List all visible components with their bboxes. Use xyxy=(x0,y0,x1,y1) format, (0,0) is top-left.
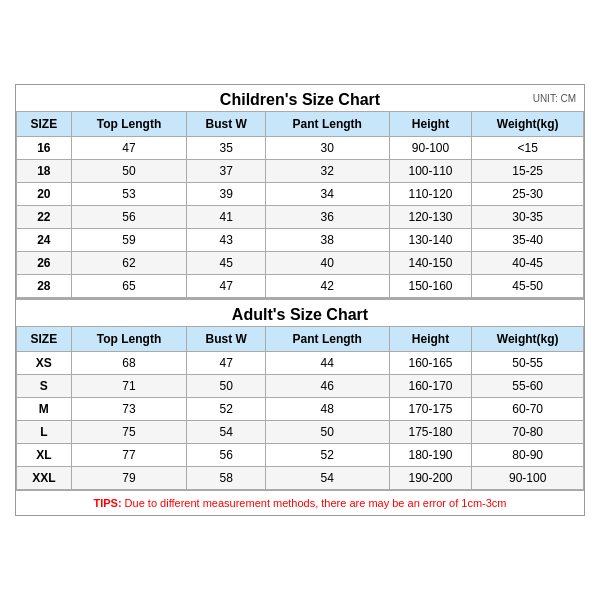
table-cell: 30-35 xyxy=(472,206,584,229)
table-cell: 20 xyxy=(17,183,72,206)
adult-col-height: Height xyxy=(389,327,472,352)
table-cell: 26 xyxy=(17,252,72,275)
table-cell: 68 xyxy=(71,352,187,375)
table-cell: 22 xyxy=(17,206,72,229)
col-pant-length: Pant Length xyxy=(265,112,389,137)
table-cell: 90-100 xyxy=(389,137,472,160)
table-cell: 65 xyxy=(71,275,187,298)
table-cell: S xyxy=(17,375,72,398)
adult-title: Adult's Size Chart xyxy=(16,306,584,324)
table-cell: 55-60 xyxy=(472,375,584,398)
table-cell: 130-140 xyxy=(389,229,472,252)
table-cell: 45 xyxy=(187,252,265,275)
table-cell: 30 xyxy=(265,137,389,160)
adult-col-top-length: Top Length xyxy=(71,327,187,352)
size-chart-container: Children's Size Chart UNIT: CM SIZE Top … xyxy=(15,84,585,516)
table-cell: 54 xyxy=(187,421,265,444)
table-row: 24594338130-14035-40 xyxy=(17,229,584,252)
table-cell: 90-100 xyxy=(472,467,584,490)
table-row: 26624540140-15040-45 xyxy=(17,252,584,275)
table-cell: 70-80 xyxy=(472,421,584,444)
tips-body: Due to different measurement methods, th… xyxy=(122,497,507,509)
children-title: Children's Size Chart xyxy=(16,91,584,109)
table-cell: 40 xyxy=(265,252,389,275)
adult-section-header: Adult's Size Chart xyxy=(16,298,584,326)
table-cell: 110-120 xyxy=(389,183,472,206)
table-cell: 150-160 xyxy=(389,275,472,298)
table-cell: 71 xyxy=(71,375,187,398)
table-cell: 59 xyxy=(71,229,187,252)
table-cell: XS xyxy=(17,352,72,375)
children-table-body: 1647353090-100<1518503732100-11015-25205… xyxy=(17,137,584,298)
tips-row: TIPS: Due to different measurement metho… xyxy=(16,490,584,515)
children-header-row: SIZE Top Length Bust W Pant Length Heigh… xyxy=(17,112,584,137)
table-cell: 80-90 xyxy=(472,444,584,467)
table-cell: 62 xyxy=(71,252,187,275)
children-table: SIZE Top Length Bust W Pant Length Heigh… xyxy=(16,111,584,298)
table-row: 20533934110-12025-30 xyxy=(17,183,584,206)
table-cell: 79 xyxy=(71,467,187,490)
table-cell: 50 xyxy=(187,375,265,398)
table-cell: 52 xyxy=(187,398,265,421)
table-cell: 56 xyxy=(71,206,187,229)
table-cell: 47 xyxy=(187,275,265,298)
table-cell: 180-190 xyxy=(389,444,472,467)
adult-col-bust-w: Bust W xyxy=(187,327,265,352)
table-cell: XL xyxy=(17,444,72,467)
table-cell: 50-55 xyxy=(472,352,584,375)
table-cell: 56 xyxy=(187,444,265,467)
table-cell: 100-110 xyxy=(389,160,472,183)
table-cell: 52 xyxy=(265,444,389,467)
table-cell: 35 xyxy=(187,137,265,160)
table-cell: 25-30 xyxy=(472,183,584,206)
table-cell: 28 xyxy=(17,275,72,298)
table-cell: 43 xyxy=(187,229,265,252)
table-cell: 170-175 xyxy=(389,398,472,421)
table-cell: 38 xyxy=(265,229,389,252)
children-section-header: Children's Size Chart UNIT: CM xyxy=(16,85,584,111)
table-cell: 18 xyxy=(17,160,72,183)
table-cell: 160-170 xyxy=(389,375,472,398)
table-cell: 35-40 xyxy=(472,229,584,252)
table-cell: 40-45 xyxy=(472,252,584,275)
table-cell: 15-25 xyxy=(472,160,584,183)
table-cell: 39 xyxy=(187,183,265,206)
tips-label: TIPS: xyxy=(93,497,121,509)
col-weight: Weight(kg) xyxy=(472,112,584,137)
adult-col-size: SIZE xyxy=(17,327,72,352)
table-cell: 24 xyxy=(17,229,72,252)
table-cell: 42 xyxy=(265,275,389,298)
table-cell: 46 xyxy=(265,375,389,398)
table-row: XS684744160-16550-55 xyxy=(17,352,584,375)
table-cell: 44 xyxy=(265,352,389,375)
adult-table: SIZE Top Length Bust W Pant Length Heigh… xyxy=(16,326,584,490)
adult-col-pant-length: Pant Length xyxy=(265,327,389,352)
adult-header-row: SIZE Top Length Bust W Pant Length Heigh… xyxy=(17,327,584,352)
table-row: 28654742150-16045-50 xyxy=(17,275,584,298)
table-cell: 47 xyxy=(71,137,187,160)
table-cell: 48 xyxy=(265,398,389,421)
table-cell: 37 xyxy=(187,160,265,183)
table-row: XXL795854190-20090-100 xyxy=(17,467,584,490)
table-row: S715046160-17055-60 xyxy=(17,375,584,398)
table-cell: 36 xyxy=(265,206,389,229)
table-row: 1647353090-100<15 xyxy=(17,137,584,160)
table-cell: 120-130 xyxy=(389,206,472,229)
table-row: XL775652180-19080-90 xyxy=(17,444,584,467)
unit-label: UNIT: CM xyxy=(533,93,576,104)
table-cell: 73 xyxy=(71,398,187,421)
table-cell: 60-70 xyxy=(472,398,584,421)
table-cell: XXL xyxy=(17,467,72,490)
table-cell: 16 xyxy=(17,137,72,160)
table-cell: 50 xyxy=(71,160,187,183)
table-row: 18503732100-11015-25 xyxy=(17,160,584,183)
col-bust-w: Bust W xyxy=(187,112,265,137)
table-cell: 41 xyxy=(187,206,265,229)
table-cell: 45-50 xyxy=(472,275,584,298)
col-top-length: Top Length xyxy=(71,112,187,137)
table-row: L755450175-18070-80 xyxy=(17,421,584,444)
col-size: SIZE xyxy=(17,112,72,137)
table-cell: 77 xyxy=(71,444,187,467)
table-cell: 140-150 xyxy=(389,252,472,275)
table-cell: <15 xyxy=(472,137,584,160)
